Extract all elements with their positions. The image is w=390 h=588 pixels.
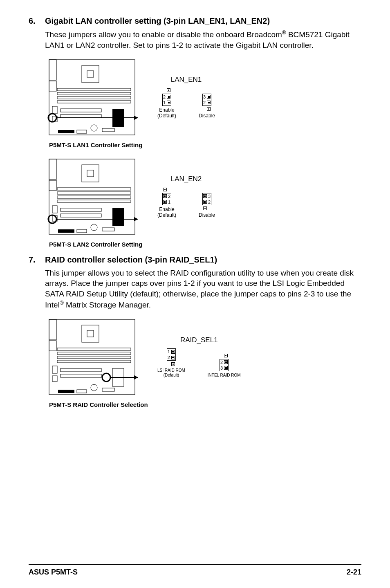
- section-7-title: RAID controller selection (3-pin RAID_SE…: [45, 255, 217, 265]
- svg-rect-53: [61, 368, 101, 372]
- jumper-lan-en1-disable: 3 2 1 Disable: [199, 94, 215, 119]
- svg-rect-11: [61, 109, 101, 112]
- section-7-header: 7. RAID controller selection (3-pin RAID…: [29, 255, 361, 265]
- svg-rect-4: [87, 71, 94, 77]
- svg-rect-9: [52, 106, 57, 114]
- jumper-lan-en1-enable: 3 2 1 Enable(Default): [157, 88, 176, 119]
- diagram-lan1: LAN_EN1 3 2 1 Enable(Default): [45, 56, 361, 148]
- svg-rect-49: [57, 356, 131, 359]
- svg-rect-59: [77, 390, 87, 393]
- svg-rect-23: [49, 180, 56, 191]
- diagram-lan2: LAN_EN2 3 2 1 Enable(Default): [45, 156, 361, 248]
- diagram-lan2-caption: P5MT-S LAN2 Controller Setting: [49, 241, 361, 248]
- svg-marker-62: [134, 375, 138, 379]
- diagram-lan1-caption: P5MT-S LAN1 Controller Setting: [49, 141, 361, 148]
- svg-rect-51: [52, 366, 57, 373]
- svg-rect-47: [57, 348, 131, 350]
- svg-rect-30: [52, 206, 57, 213]
- jumper-raid-sel1-title: RAID_SEL1: [180, 336, 218, 344]
- motherboard-illustration: [45, 56, 141, 138]
- svg-point-15: [91, 125, 97, 131]
- svg-rect-43: [49, 319, 56, 340]
- section-6-body: These jumpers allow you to enable or dis…: [45, 29, 361, 51]
- svg-rect-27: [57, 192, 131, 194]
- svg-rect-45: [82, 325, 99, 342]
- svg-rect-2: [49, 81, 56, 91]
- svg-rect-12: [61, 114, 101, 118]
- svg-rect-8: [57, 101, 131, 103]
- svg-rect-28: [57, 196, 131, 198]
- svg-rect-44: [49, 341, 56, 351]
- svg-rect-29: [57, 200, 131, 202]
- jumper-lan-en1-title: LAN_EN1: [171, 76, 202, 84]
- jumper-lan-en1: LAN_EN1 3 2 1 Enable(Default): [157, 76, 215, 119]
- svg-rect-18: [77, 130, 87, 133]
- svg-point-56: [91, 384, 97, 391]
- svg-point-60: [102, 373, 110, 382]
- svg-rect-48: [57, 352, 131, 355]
- svg-marker-20: [134, 116, 138, 120]
- jumper-lan-en2-disable: 3 2 1 Disable: [199, 193, 215, 218]
- registered-symbol: ®: [282, 29, 286, 36]
- svg-rect-33: [61, 214, 101, 217]
- svg-point-36: [91, 224, 97, 231]
- svg-rect-38: [58, 229, 74, 233]
- svg-rect-5: [57, 88, 131, 91]
- section-7-body-b: Matrix Storage Manager.: [64, 301, 151, 309]
- svg-rect-42: [49, 319, 135, 395]
- svg-rect-3: [82, 65, 99, 83]
- svg-rect-32: [61, 208, 101, 211]
- footer-right: 2-21: [347, 568, 361, 577]
- svg-rect-22: [49, 159, 56, 180]
- svg-rect-6: [57, 92, 131, 95]
- svg-rect-25: [87, 170, 94, 177]
- svg-rect-58: [58, 390, 74, 393]
- svg-rect-1: [49, 60, 56, 80]
- jumper-lan-en2: LAN_EN2 3 2 1 Enable(Default): [157, 175, 215, 218]
- registered-symbol: ®: [60, 300, 64, 306]
- diagram-raid-caption: P5MT-S RAID Controller Selection: [49, 401, 361, 408]
- svg-rect-24: [82, 165, 99, 182]
- jumper-lan-en2-enable: 3 2 1 Enable(Default): [157, 187, 176, 218]
- section-6-header: 6. Gigabit LAN controller setting (3-pin…: [29, 16, 361, 26]
- svg-rect-46: [87, 330, 94, 337]
- section-6-body-pre: These jumpers allow you to enable or dis…: [45, 30, 282, 39]
- svg-rect-54: [61, 374, 101, 377]
- svg-rect-26: [57, 188, 131, 190]
- svg-rect-50: [57, 360, 131, 363]
- motherboard-illustration: [45, 316, 141, 398]
- svg-rect-52: [52, 376, 57, 382]
- section-6-title: Gigabit LAN controller setting (3-pin LA…: [45, 16, 270, 26]
- svg-rect-39: [77, 229, 87, 233]
- jumper-raid-sel1: RAID_SEL1 1 2 3 LSI RAID ROM(Default) 1: [157, 336, 241, 377]
- footer-left: ASUS P5MT-S: [29, 568, 78, 577]
- jumper-raid-intel: 1 2 3 INTEL RAID ROM: [208, 353, 241, 378]
- svg-rect-7: [57, 97, 131, 99]
- svg-marker-41: [134, 217, 138, 221]
- svg-rect-17: [58, 130, 74, 133]
- svg-rect-57: [102, 388, 114, 391]
- svg-rect-37: [102, 228, 114, 231]
- section-7-number: 7.: [29, 255, 45, 265]
- page-footer: ASUS P5MT-S 2-21: [29, 564, 361, 577]
- diagram-raid: RAID_SEL1 1 2 3 LSI RAID ROM(Default) 1: [45, 316, 361, 408]
- motherboard-illustration: [45, 156, 141, 238]
- jumper-raid-lsi: 1 2 3 LSI RAID ROM(Default): [157, 348, 185, 377]
- section-6-number: 6.: [29, 16, 45, 26]
- section-7-body: This jumper allows you to select the RAI…: [45, 268, 361, 310]
- jumper-lan-en2-title: LAN_EN2: [171, 175, 202, 183]
- svg-rect-35: [112, 208, 124, 226]
- svg-rect-16: [102, 128, 114, 132]
